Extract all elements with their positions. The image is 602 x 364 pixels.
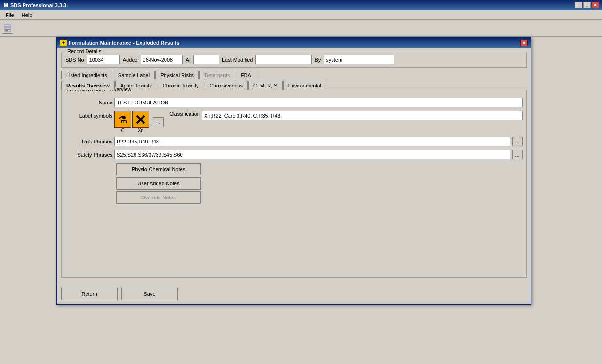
dialog-icon: ✦ (60, 40, 67, 46)
name-input[interactable] (114, 98, 523, 107)
tab-fda[interactable]: FDA (236, 71, 256, 79)
risk-phrases-button[interactable]: ... (512, 137, 523, 146)
symbol-xn-icon (132, 111, 149, 128)
app-title: SDS Professional 3.3.3 (10, 2, 66, 8)
save-button[interactable]: Save (121, 288, 178, 300)
toolbar-icon (4, 24, 11, 32)
last-modified-label: Last Modified (222, 57, 253, 63)
at-label: At (186, 57, 190, 63)
main-area: ✦ Formulation Maintenance - Exploded Res… (0, 37, 602, 364)
label-symbols-label: Label symbols (65, 111, 112, 119)
last-modified-input[interactable] (255, 55, 312, 64)
menu-file[interactable]: File (2, 11, 18, 19)
user-added-notes-button[interactable]: User Added Notes (116, 177, 201, 190)
added-label: Added (123, 57, 138, 63)
tab-corrosiveness[interactable]: Corrosiveness (205, 81, 248, 90)
symbol-c-box: ⚗ C (114, 111, 131, 133)
tabs-row1: Listed Ingredients Sample Label Physical… (61, 71, 527, 79)
app-icon: 🖥 (3, 2, 8, 8)
tab-environmental[interactable]: Environmental (283, 81, 326, 90)
dialog-title-bar: ✦ Formulation Maintenance - Exploded Res… (57, 38, 531, 48)
override-notes-button: Override Notes (116, 191, 201, 204)
svg-rect-1 (5, 26, 10, 28)
at-input[interactable] (193, 55, 219, 64)
name-label: Name (65, 100, 112, 105)
tab-results-overview[interactable]: Results Overview (61, 81, 115, 90)
toolbar (0, 20, 602, 37)
toolbar-icon-button[interactable] (2, 23, 13, 34)
risk-phrases-row: Risk Phrases ... (65, 137, 523, 146)
sds-no-input[interactable] (87, 55, 120, 64)
record-details-section: Record Details SDS No Added At Last Modi… (61, 52, 527, 68)
by-input[interactable] (324, 55, 394, 64)
physio-chemical-notes-button[interactable]: Physio-Chemical Notes (116, 163, 201, 175)
added-input[interactable] (141, 55, 183, 64)
record-details-row: SDS No Added At Last Modified By (65, 55, 523, 64)
safety-phrases-button[interactable]: ... (512, 150, 523, 159)
svg-text:⚗: ⚗ (118, 114, 127, 126)
label-symbols-row: Label symbols ⚗ C (65, 111, 523, 133)
tab-cmrs[interactable]: C, M, R, S (248, 81, 283, 90)
title-bar: 🖥 SDS Professional 3.3.3 _ □ ✕ (0, 0, 602, 10)
symbol-icons: ⚗ C (114, 111, 149, 133)
menu-help[interactable]: Help (18, 11, 36, 19)
dialog-body: Record Details SDS No Added At Last Modi… (57, 48, 531, 282)
return-button[interactable]: Return (61, 288, 118, 300)
risk-phrases-label: Risk Phrases (65, 139, 112, 144)
classification-input[interactable] (202, 111, 523, 120)
symbol-xn-box: Xn (132, 111, 149, 133)
close-button[interactable]: ✕ (592, 2, 599, 8)
menu-bar: File Help (0, 10, 602, 20)
name-row: Name (65, 98, 523, 107)
record-details-label: Record Details (65, 48, 103, 54)
analysis-section: Analysis Results - Overview Name Label s… (61, 90, 527, 278)
dialog-footer: Return Save (57, 284, 531, 304)
maximize-button[interactable]: □ (583, 2, 591, 8)
tab-chronic-toxicity[interactable]: Chronic Toxicity (158, 81, 204, 90)
tab-detergents: Detergents (199, 71, 235, 79)
tab-listed-ingredients[interactable]: Listed Ingredients (61, 71, 112, 79)
sds-no-label: SDS No (65, 57, 84, 63)
symbol-dots-button[interactable]: ... (153, 117, 164, 127)
minimize-button[interactable]: _ (575, 2, 582, 8)
classification-label: Classification (169, 111, 200, 117)
harmful-svg (134, 113, 147, 126)
safety-phrases-row: Safety Phrases ... (65, 150, 523, 159)
by-label: By (315, 57, 321, 63)
notes-buttons-group: Physio-Chemical Notes User Added Notes O… (116, 163, 523, 204)
tab-physical-risks[interactable]: Physical Risks (155, 71, 199, 79)
svg-rect-2 (5, 29, 10, 30)
symbol-c-letter: C (121, 128, 124, 133)
risk-phrases-input[interactable] (114, 137, 510, 146)
svg-rect-3 (5, 30, 8, 31)
dialog-window: ✦ Formulation Maintenance - Exploded Res… (56, 37, 531, 305)
symbol-c-icon: ⚗ (114, 111, 131, 128)
dialog-close-button[interactable]: ✕ (520, 40, 528, 46)
safety-phrases-input[interactable] (114, 150, 510, 159)
title-bar-buttons: _ □ ✕ (575, 2, 599, 8)
safety-phrases-label: Safety Phrases (65, 152, 112, 158)
dialog-title-text: Formulation Maintenance - Exploded Resul… (69, 40, 179, 46)
corrosive-svg: ⚗ (116, 113, 129, 126)
tab-sample-label[interactable]: Sample Label (113, 71, 155, 79)
symbol-xn-letter: Xn (138, 128, 143, 133)
